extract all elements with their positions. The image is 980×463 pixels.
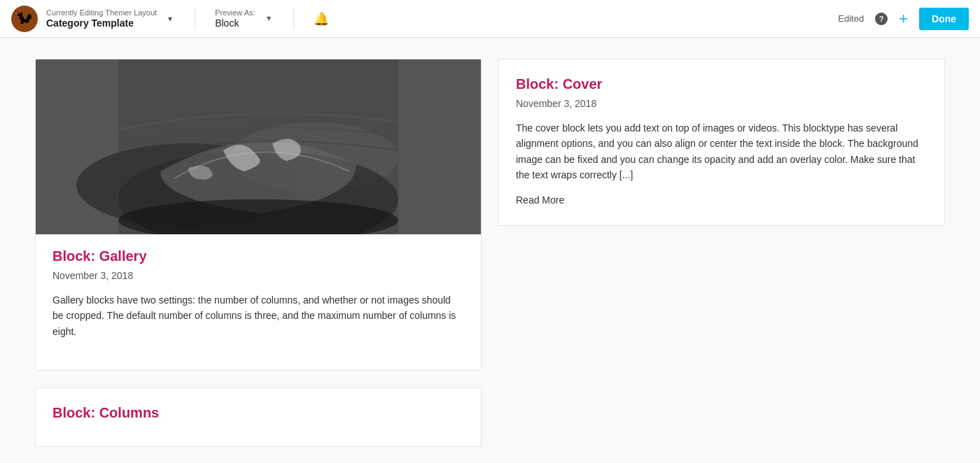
preview-text: Preview As: — [215, 8, 255, 17]
topbar-subtitle: Currently Editing Themer Layout — [46, 8, 157, 17]
add-button[interactable]: + — [899, 11, 908, 27]
topbar: 🐿 Currently Editing Themer Layout Catego… — [0, 0, 980, 38]
done-button[interactable]: Done — [919, 8, 969, 30]
help-icon[interactable]: ? — [875, 13, 888, 25]
edited-label: Edited — [838, 13, 864, 24]
post-gallery-title[interactable]: Block: Gallery — [52, 248, 464, 264]
bell-icon[interactable]: 🔔 — [314, 11, 329, 27]
post-card-columns: Block: Columns — [35, 387, 482, 447]
post-gallery-excerpt: Gallery blocks have two settings: the nu… — [52, 292, 464, 339]
post-card-cover-body: Block: Cover November 3, 2018 The cover … — [499, 59, 944, 225]
post-cover-read-more[interactable]: Read More — [516, 194, 927, 206]
post-card-gallery-body: Block: Gallery November 3, 2018 Gallery … — [36, 234, 481, 370]
post-gallery-date: November 3, 2018 — [52, 270, 464, 281]
topbar-main-title: Category Template — [46, 17, 157, 29]
preview-label: Preview As: Block — [215, 8, 255, 29]
main-content: Block: Gallery November 3, 2018 Gallery … — [0, 38, 980, 463]
topbar-title: Currently Editing Themer Layout Category… — [46, 8, 157, 29]
preview-value: Block — [215, 17, 255, 29]
post-columns-title[interactable]: Block: Columns — [52, 405, 464, 421]
preview-dropdown-arrow[interactable]: ▾ — [264, 10, 274, 26]
topbar-divider — [195, 8, 195, 30]
post-card-image-gallery — [36, 59, 481, 234]
post-cover-title[interactable]: Block: Cover — [516, 76, 927, 92]
gallery-image-svg — [36, 59, 481, 234]
topbar-right: Edited ? + Done — [838, 8, 969, 30]
content-area: Block: Gallery November 3, 2018 Gallery … — [0, 38, 980, 463]
topbar-left: 🐿 Currently Editing Themer Layout Catego… — [11, 6, 838, 32]
post-card-gallery: Block: Gallery November 3, 2018 Gallery … — [35, 59, 482, 371]
post-cover-excerpt: The cover block lets you add text on top… — [516, 120, 927, 183]
topbar-divider-2 — [293, 8, 294, 30]
layout-dropdown-arrow[interactable]: ▾ — [165, 11, 175, 27]
preview-section: Preview As: Block ▾ — [215, 8, 273, 29]
logo[interactable]: 🐿 — [11, 6, 38, 32]
post-card-cover: Block: Cover November 3, 2018 The cover … — [498, 59, 945, 226]
post-cover-date: November 3, 2018 — [516, 98, 927, 109]
